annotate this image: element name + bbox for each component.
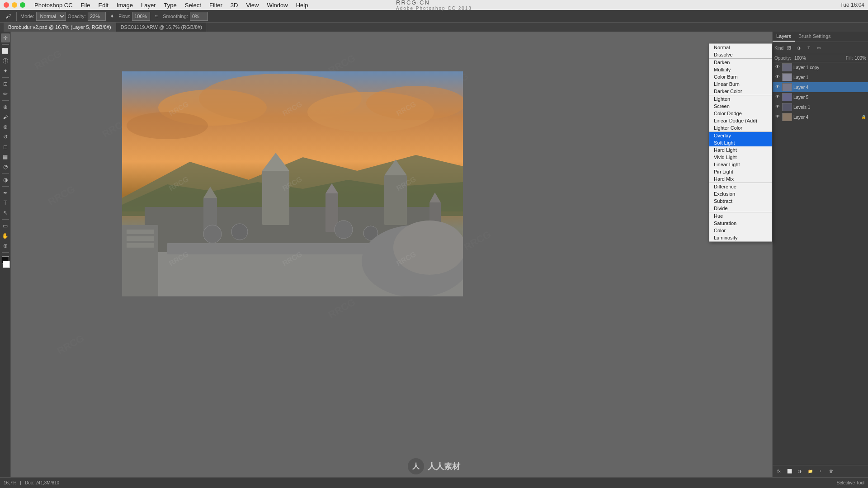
blend-lighten[interactable]: Lighten	[709, 95, 772, 103]
menu-filter[interactable]: Filter	[206, 1, 226, 9]
menu-help[interactable]: Help	[292, 1, 312, 9]
brush-tool[interactable]: 🖌	[1, 113, 10, 122]
menu-view[interactable]: View	[242, 1, 262, 9]
blur-tool[interactable]: ◔	[1, 162, 10, 171]
filter-type-icon[interactable]: T	[804, 43, 813, 52]
brush-settings-tab[interactable]: Brush Settings	[795, 32, 835, 42]
menu-window[interactable]: Window	[263, 1, 291, 9]
eraser-tool[interactable]: ◻	[1, 142, 10, 151]
blend-saturation[interactable]: Saturation	[709, 220, 772, 227]
menu-edit[interactable]: Edit	[95, 1, 112, 9]
menu-file[interactable]: File	[77, 1, 94, 9]
minimize-button[interactable]	[12, 2, 17, 8]
dodge-tool[interactable]: ◑	[1, 175, 10, 184]
hand-tool[interactable]: ✋	[1, 231, 10, 240]
menu-select[interactable]: Select	[181, 1, 205, 9]
layer-visibility-5[interactable]: 👁	[774, 114, 781, 120]
opacity-input[interactable]: 22%	[88, 12, 106, 21]
blend-lighter-color[interactable]: Lighter Color	[709, 124, 772, 131]
tab-dsc01119[interactable]: DSC01119.ARW @ 16,7% (RGB/8#)	[116, 23, 207, 32]
new-layer-button[interactable]: +	[816, 467, 825, 476]
blend-subtract[interactable]: Subtract	[709, 197, 772, 205]
zoom-level: 16,7%	[4, 480, 16, 485]
layer-row-4[interactable]: 👁 Levels 1	[773, 102, 868, 112]
blend-luminosity[interactable]: Luminosity	[709, 234, 772, 241]
blend-linear-light[interactable]: Linear Light	[709, 161, 772, 168]
layer-visibility-2[interactable]: 👁	[774, 84, 781, 90]
healing-brush-tool[interactable]: ⊕	[1, 103, 10, 112]
blend-normal[interactable]: Normal	[709, 44, 772, 51]
blend-exclusion[interactable]: Exclusion	[709, 190, 772, 197]
layers-tab[interactable]: Layers	[773, 32, 795, 42]
blend-hue[interactable]: Hue	[709, 212, 772, 220]
layer-visibility-1[interactable]: 👁	[774, 74, 781, 80]
watermark-1: RRCG	[33, 48, 64, 73]
crop-tool[interactable]: ⊡	[1, 80, 10, 89]
blend-difference[interactable]: Difference	[709, 183, 772, 190]
blend-multiply[interactable]: Multiply	[709, 66, 772, 73]
blend-linear-burn[interactable]: Linear Burn	[709, 80, 772, 88]
menu-photoshop[interactable]: Photoshop CC	[31, 1, 76, 9]
eyedropper-tool[interactable]: ✏	[1, 89, 10, 99]
menu-layer[interactable]: Layer	[137, 1, 160, 9]
blend-overlay[interactable]: Overlay	[709, 132, 772, 139]
layer-visibility-0[interactable]: 👁	[774, 64, 781, 70]
filter-shape-icon[interactable]: ▭	[814, 43, 823, 52]
background-color[interactable]	[3, 261, 10, 268]
layer-visibility-3[interactable]: 👁	[774, 94, 781, 100]
menu-image[interactable]: Image	[113, 1, 137, 9]
blend-color-dodge[interactable]: Color Dodge	[709, 110, 772, 117]
airbrush-icon[interactable]: ✦	[108, 12, 117, 21]
app-subtitle: Adobe Photoshop CC 2018	[396, 6, 472, 11]
blend-linear-dodge-add[interactable]: Linear Dodge (Add)	[709, 117, 772, 124]
filter-adjust-icon[interactable]: ◑	[794, 43, 803, 52]
blend-hard-mix[interactable]: Hard Mix	[709, 175, 772, 183]
type-tool[interactable]: T	[1, 198, 10, 207]
quick-select-tool[interactable]: ✦	[1, 66, 10, 75]
layer-row-5[interactable]: 👁 Layer 4 🔒	[773, 112, 868, 122]
close-button[interactable]	[4, 2, 9, 8]
history-brush-tool[interactable]: ↺	[1, 132, 10, 141]
layer-row-3[interactable]: 👁 Layer 5	[773, 92, 868, 102]
blend-dissolve[interactable]: Dissolve	[709, 51, 772, 58]
new-fill-layer-button[interactable]: ◑	[795, 467, 804, 476]
tab-borobudur[interactable]: Borobudur v2.psd @ 16,7% (Layer 5, RGB/8…	[4, 23, 116, 32]
flow-input[interactable]	[132, 12, 150, 21]
blend-soft-light[interactable]: Soft Light	[709, 139, 772, 146]
maximize-button[interactable]	[20, 2, 25, 8]
layer-visibility-4[interactable]: 👁	[774, 104, 781, 110]
smoothing-input[interactable]	[190, 12, 208, 21]
rectangular-marquee-tool[interactable]: ⬜	[1, 47, 10, 56]
gradient-tool[interactable]: ▦	[1, 152, 10, 161]
shape-tool[interactable]: ▭	[1, 221, 10, 230]
move-tool[interactable]: ✛	[1, 33, 10, 42]
filter-pixel-icon[interactable]: 🖼	[784, 43, 793, 52]
blend-vivid-light[interactable]: Vivid Light	[709, 154, 772, 161]
layer-row-1[interactable]: 👁 Layer 1	[773, 72, 868, 82]
blend-pin-light[interactable]: Pin Light	[709, 168, 772, 175]
pen-tool[interactable]: ✒	[1, 188, 10, 197]
lasso-tool[interactable]: ⓛ	[1, 56, 10, 66]
blend-darken[interactable]: Darken	[709, 59, 772, 66]
svg-rect-30	[127, 243, 154, 248]
blend-color-burn[interactable]: Color Burn	[709, 73, 772, 80]
blend-divide[interactable]: Divide	[709, 205, 772, 212]
delete-layer-button[interactable]: 🗑	[826, 467, 835, 476]
zoom-tool[interactable]: ⊕	[1, 241, 10, 250]
smoothing-icon[interactable]: ≈	[152, 12, 161, 21]
layer-row-2[interactable]: 👁 Layer 4	[773, 82, 868, 92]
blend-hard-light[interactable]: Hard Light	[709, 146, 772, 154]
menu-type[interactable]: Type	[160, 1, 180, 9]
brush-tool-icon[interactable]: 🖌	[4, 12, 13, 21]
layer-row-0[interactable]: 👁 Layer 1 copy	[773, 62, 868, 72]
blend-screen[interactable]: Screen	[709, 103, 772, 110]
menu-3d[interactable]: 3D	[227, 1, 242, 9]
new-group-button[interactable]: 📁	[806, 467, 815, 476]
blend-color[interactable]: Color	[709, 227, 772, 234]
path-selection-tool[interactable]: ↖	[1, 208, 10, 217]
add-mask-button[interactable]: ⬜	[785, 467, 794, 476]
blend-mode-select[interactable]: Normal	[36, 12, 66, 21]
blend-darker-color[interactable]: Darker Color	[709, 88, 772, 95]
fx-button[interactable]: fx	[774, 467, 783, 476]
clone-stamp-tool[interactable]: ⊗	[1, 122, 10, 131]
